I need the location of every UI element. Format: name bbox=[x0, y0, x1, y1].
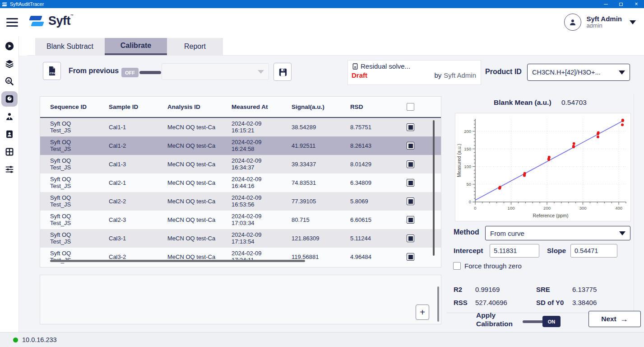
sample-id-cell: Cal2-1 bbox=[109, 179, 167, 186]
apply-calibration-toggle[interactable]: ON bbox=[523, 316, 561, 327]
rss-label: RSS bbox=[454, 299, 475, 306]
tab-calibrate[interactable]: Calibrate bbox=[105, 38, 167, 55]
table-row[interactable]: Syft OQ Test_JSCal1-1MeCN OQ test-Ca2024… bbox=[40, 118, 441, 136]
brand-logo: Syft™ bbox=[28, 14, 74, 28]
sequence-id-cell: Syft OQ Test_JS bbox=[50, 158, 83, 171]
table-row[interactable]: Syft OQ Test_JSCal3-1MeCN OQ test-Ca2024… bbox=[40, 229, 441, 248]
rsd-cell: 4.96484 bbox=[350, 253, 407, 260]
minimize-button[interactable] bbox=[598, 0, 613, 8]
title-bar: SyftAuditTracer × bbox=[0, 0, 644, 8]
row-checkbox[interactable] bbox=[407, 142, 414, 150]
intercept-field[interactable] bbox=[490, 244, 539, 258]
document-icon bbox=[352, 63, 359, 70]
sidebar-item-search-analytics[interactable] bbox=[1, 74, 18, 89]
avatar-icon bbox=[564, 14, 581, 31]
row-checkbox[interactable] bbox=[407, 179, 414, 187]
trademark: ™ bbox=[70, 14, 74, 17]
fit-statistics: R2 0.99169 SRE 6.13775 RSS 527.40696 SD … bbox=[447, 280, 633, 313]
sequence-id-cell: Syft OQ Test_JS bbox=[50, 139, 83, 153]
arrow-right-icon: → bbox=[620, 314, 628, 324]
next-button[interactable]: Next → bbox=[588, 311, 641, 327]
play-circle-icon bbox=[5, 41, 14, 51]
rsd-cell: 6.60615 bbox=[350, 216, 407, 223]
sidebar-item-data-grid[interactable] bbox=[1, 144, 18, 159]
method-label: Method bbox=[454, 228, 479, 236]
sd-of-y0-value: 3.38406 bbox=[572, 299, 633, 306]
sample-id-cell: Cal1-1 bbox=[109, 124, 167, 131]
tab-report[interactable]: Report bbox=[167, 38, 223, 55]
signal-cell: 80.715 bbox=[292, 216, 350, 223]
method-dropdown[interactable]: From curve bbox=[485, 226, 630, 240]
signal-cell: 74.83531 bbox=[292, 179, 350, 186]
row-checkbox[interactable] bbox=[407, 160, 414, 168]
previous-calibration-dropdown[interactable] bbox=[162, 63, 269, 80]
analysis-id-cell: MeCN OQ test-Ca bbox=[167, 124, 232, 131]
sidebar-item-play-circle[interactable] bbox=[1, 38, 18, 54]
from-previous-toggle[interactable]: OFF bbox=[121, 68, 161, 77]
row-checkbox[interactable] bbox=[407, 253, 414, 261]
app-header: Syft™ Syft Admin admin bbox=[0, 8, 644, 36]
menu-button[interactable] bbox=[6, 18, 18, 27]
select-all-checkbox[interactable] bbox=[407, 103, 414, 111]
user-role: admin bbox=[586, 23, 622, 29]
save-button[interactable] bbox=[273, 63, 292, 81]
chevron-down-icon bbox=[619, 70, 625, 75]
measured-at-cell: 2024-02-0916:15:21 bbox=[232, 121, 292, 134]
sequence-id-cell: Syft OQ Test_JS bbox=[50, 195, 83, 208]
close-button[interactable]: × bbox=[629, 0, 644, 8]
calibration-chart: 0100200300400050100150200Reference (ppm)… bbox=[455, 113, 631, 221]
svg-text:100: 100 bbox=[464, 164, 471, 169]
sidebar-item-id-badge[interactable] bbox=[1, 127, 18, 142]
measured-at-cell: 2024-02-0916:34:37 bbox=[232, 158, 292, 171]
product-id-dropdown[interactable]: CH3CN.H+[42]/H3O+... bbox=[527, 64, 630, 81]
force-through-zero-checkbox[interactable] bbox=[453, 262, 461, 270]
sidebar-item-calibration-scale[interactable] bbox=[1, 91, 18, 107]
table-row[interactable]: Syft OQ Test_JSCal1-3MeCN OQ test-Ca2024… bbox=[40, 155, 441, 174]
table-row[interactable]: Syft OQ Test_JSCal2-1MeCN OQ test-Ca2024… bbox=[40, 174, 441, 192]
tab-blank-subtract[interactable]: Blank Subtract bbox=[35, 38, 105, 55]
table-row[interactable]: Syft OQ Test_JSCal1-2MeCN OQ test-Ca2024… bbox=[40, 136, 441, 155]
force-through-zero-option[interactable]: Force through zero bbox=[453, 262, 522, 270]
layers-icon bbox=[5, 59, 14, 69]
table-row[interactable]: Syft OQ Test_JSCal3-2MeCN OQ test-Ca2024… bbox=[40, 248, 441, 266]
sidebar-item-layers[interactable] bbox=[1, 56, 18, 71]
settings-sliders-icon bbox=[5, 164, 14, 174]
svg-text:400: 400 bbox=[615, 206, 622, 211]
save-icon bbox=[278, 67, 288, 77]
column-header: Measured At bbox=[232, 103, 292, 110]
sidebar bbox=[0, 36, 19, 332]
table-vertical-scrollbar[interactable] bbox=[433, 120, 435, 256]
add-button[interactable]: + bbox=[416, 305, 429, 320]
analysis-id-cell: MeCN OQ test-Ca bbox=[167, 179, 232, 186]
row-checkbox[interactable] bbox=[407, 234, 414, 242]
row-checkbox[interactable] bbox=[407, 216, 414, 224]
brand-name: Syft™ bbox=[48, 14, 74, 28]
sd-of-y0-label: SD of Y0 bbox=[536, 299, 572, 306]
table-row[interactable]: Syft OQ Test_JSCal2-3MeCN OQ test-Ca2024… bbox=[40, 211, 441, 229]
calibration-panel: Blank Mean (a.u.) 0.54703 01002003004000… bbox=[447, 94, 634, 325]
signal-cell: 121.86309 bbox=[292, 235, 350, 242]
table-row[interactable]: Syft OQ Test_JSCal2-2MeCN OQ test-Ca2024… bbox=[40, 192, 441, 211]
operator-icon bbox=[5, 112, 14, 122]
document-title: Residual solve... bbox=[361, 62, 410, 70]
tab-strip: Blank Subtract Calibrate Report bbox=[27, 38, 644, 56]
sidebar-item-operator[interactable] bbox=[1, 109, 18, 124]
row-checkbox[interactable] bbox=[407, 197, 414, 205]
user-name: Syft Admin bbox=[586, 15, 622, 23]
user-menu[interactable]: Syft Admin admin bbox=[564, 14, 636, 31]
sample-id-cell: Cal2-2 bbox=[109, 198, 167, 205]
table-header: Sequence IDSample IDAnalysis IDMeasured … bbox=[40, 97, 441, 118]
app-logo-icon bbox=[2, 2, 7, 7]
maximize-button[interactable] bbox=[613, 0, 629, 8]
export-csv-button[interactable]: CSV bbox=[43, 62, 61, 80]
r2-label: R2 bbox=[454, 286, 475, 293]
svg-text:Measured (a.u.): Measured (a.u.) bbox=[456, 144, 462, 177]
apply-calibration-label: Apply Calibration bbox=[476, 311, 513, 328]
table-horizontal-scrollbar[interactable] bbox=[50, 260, 305, 262]
panel-scrollbar[interactable] bbox=[437, 286, 439, 322]
svg-text:200: 200 bbox=[464, 129, 471, 134]
slope-field[interactable] bbox=[570, 244, 617, 258]
sequence-id-cell: Syft OQ Test_JS bbox=[50, 121, 83, 134]
row-checkbox[interactable] bbox=[407, 123, 414, 131]
sidebar-item-settings-sliders[interactable] bbox=[1, 162, 18, 177]
